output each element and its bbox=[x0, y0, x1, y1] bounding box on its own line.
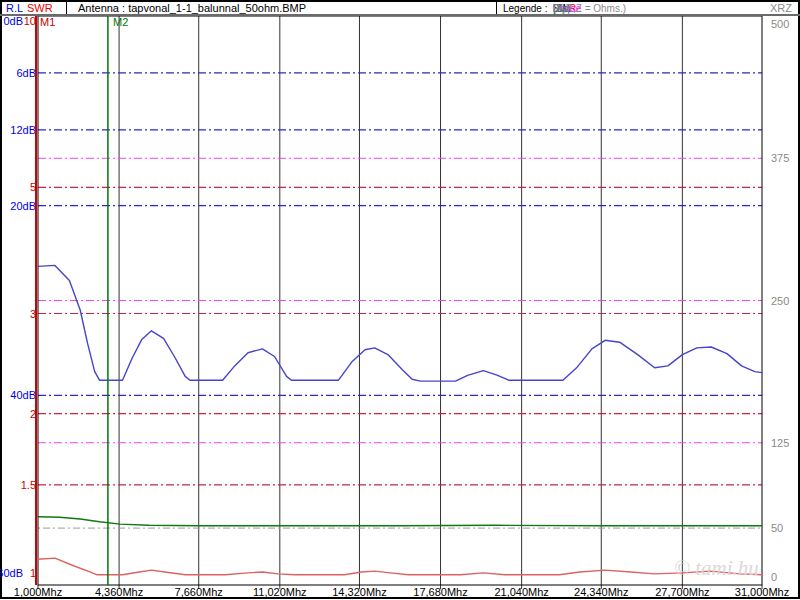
rl-tick-label: 0dB bbox=[3, 15, 23, 27]
curve-rl bbox=[38, 265, 762, 381]
x-tick-label: 27,700Mhz bbox=[655, 586, 709, 598]
chart-canvas[interactable]: 1,000Mhz4,360Mhz7,660Mhz11,020Mhz14,320M… bbox=[0, 0, 800, 600]
rl-tick-label: 20dB bbox=[10, 200, 36, 212]
gridlines-x bbox=[38, 16, 762, 589]
analyzer-window: 1,000Mhz4,360Mhz7,660Mhz11,020Mhz14,320M… bbox=[0, 0, 800, 600]
right-axis-labels: 500375250125500 bbox=[771, 18, 789, 583]
ohm-tick-label: 375 bbox=[771, 152, 789, 164]
watermark: © tami.hu bbox=[674, 556, 759, 581]
rl-tick-label: 12dB bbox=[10, 124, 36, 136]
marker-label-m2[interactable]: M2 bbox=[113, 17, 128, 28]
curve-z bbox=[38, 517, 762, 526]
ohm-tick-label: 0 bbox=[771, 571, 777, 583]
marker-label-m1[interactable]: M1 bbox=[40, 17, 55, 28]
window-border bbox=[1, 1, 799, 598]
x-tick-label: 17,680Mhz bbox=[413, 586, 467, 598]
x-tick-label: 7,660Mhz bbox=[175, 586, 223, 598]
swr-tick-label: 1.5 bbox=[21, 479, 36, 491]
swr-tick-label: 10 bbox=[24, 15, 36, 27]
ohm-tick-label: 50 bbox=[771, 522, 783, 534]
rl-tick-label: 60dB bbox=[0, 567, 23, 579]
ohm-tick-label: 125 bbox=[771, 437, 789, 449]
ohm-tick-label: 500 bbox=[771, 18, 789, 30]
rl-tick-label: 6dB bbox=[16, 67, 36, 79]
ohm-tick-label: 250 bbox=[771, 295, 789, 307]
x-tick-label: 4,360Mhz bbox=[95, 586, 143, 598]
rl-tick-label: 40dB bbox=[10, 389, 36, 401]
x-tick-label: 11,020Mhz bbox=[253, 586, 307, 598]
x-tick-label: 24,340Mhz bbox=[574, 586, 628, 598]
left-axis-labels: 0dB6dB12dB20dB40dB60dB105321.51 bbox=[0, 15, 36, 579]
x-tick-label: 1,000Mhz bbox=[14, 586, 62, 598]
x-axis-labels: 1,000Mhz4,360Mhz7,660Mhz11,020Mhz14,320M… bbox=[14, 586, 789, 598]
curve-swr bbox=[38, 558, 762, 575]
gridlines-horizontal bbox=[38, 73, 762, 528]
x-tick-label: 31,000Mhz bbox=[735, 586, 789, 598]
x-tick-label: 21,040Mhz bbox=[494, 586, 548, 598]
x-tick-label: 14,320Mhz bbox=[332, 586, 386, 598]
